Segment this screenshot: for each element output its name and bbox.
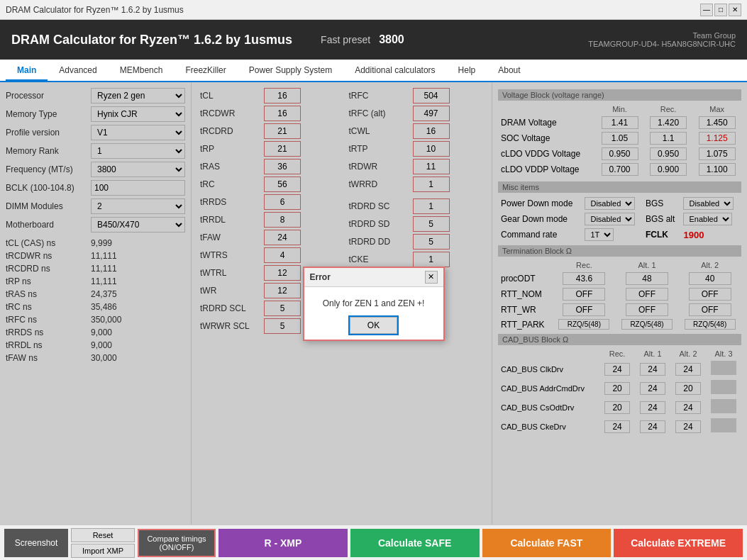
tab-help[interactable]: Help [447, 61, 487, 81]
maximize-button[interactable]: □ [714, 4, 727, 16]
app-header: DRAM Calculator for Ryzen™ 1.6.2 by 1usm… [0, 20, 747, 60]
tab-freezkiller[interactable]: FreezKiller [174, 61, 237, 81]
compare-timings-label: Compare timings(ON/OFF) [147, 534, 206, 551]
window-controls: — □ ✕ [700, 4, 741, 16]
bottom-bar: Screenshot Reset Import XMP Compare timi… [0, 525, 747, 560]
dialog-overlay: Error ✕ Only for ZEN 1 and ZEN +! OK [0, 82, 747, 525]
tab-advanced[interactable]: Advanced [48, 61, 108, 81]
main-content: Processor Ryzen 2 gen Memory Type Hynix … [0, 82, 747, 525]
calculate-extreme-button[interactable]: Calculate EXTREME [614, 529, 743, 557]
tab-about[interactable]: About [487, 61, 531, 81]
dialog-ok-button[interactable]: OK [350, 317, 397, 334]
compare-timings-button[interactable]: Compare timings(ON/OFF) [138, 529, 216, 557]
window-title: DRAM Calculator for Ryzen™ 1.6.2 by 1usm… [6, 5, 184, 15]
preset-label: Fast preset [321, 34, 370, 45]
header-brand-info: Team Group TEAMGROUP-UD4- H5AN8G8NCIR-UH… [588, 31, 736, 48]
tab-main[interactable]: Main [6, 61, 48, 81]
close-button[interactable]: ✕ [729, 4, 741, 16]
minimize-button[interactable]: — [700, 4, 713, 16]
dialog-title: Error [310, 272, 331, 282]
dialog-message: Only for ZEN 1 and ZEN +! [313, 298, 435, 308]
tab-power-supply[interactable]: Power Supply System [238, 61, 343, 81]
title-bar: DRAM Calculator for Ryzen™ 1.6.2 by 1usm… [0, 0, 747, 20]
screenshot-button[interactable]: Screenshot [4, 529, 68, 557]
calculate-fast-button[interactable]: Calculate FAST [482, 529, 612, 557]
nav-bar: Main Advanced MEMbench FreezKiller Power… [0, 60, 747, 82]
error-dialog: Error ✕ Only for ZEN 1 and ZEN +! OK [303, 267, 445, 341]
import-xmp-button[interactable]: Import XMP [71, 544, 135, 558]
dialog-titlebar: Error ✕ [304, 268, 443, 287]
rxmp-button[interactable]: R - XMP [218, 529, 348, 557]
header-center: Fast preset 3800 [321, 33, 404, 46]
reset-button[interactable]: Reset [71, 528, 135, 542]
calculate-safe-button[interactable]: Calculate SAFE [350, 529, 480, 557]
small-buttons-group: Reset Import XMP [71, 528, 135, 558]
brand-label: Team Group [588, 31, 736, 40]
dialog-body: Only for ZEN 1 and ZEN +! OK [304, 287, 443, 340]
frequency-display: 3800 [379, 33, 404, 46]
app-title: DRAM Calculator for Ryzen™ 1.6.2 by 1usm… [11, 33, 292, 47]
tab-additional-calc[interactable]: Additional calculators [343, 61, 446, 81]
tab-membench[interactable]: MEMbench [109, 61, 175, 81]
dialog-close-button[interactable]: ✕ [425, 271, 438, 284]
model-label: TEAMGROUP-UD4- H5AN8G8NCIR-UHC [588, 40, 736, 48]
